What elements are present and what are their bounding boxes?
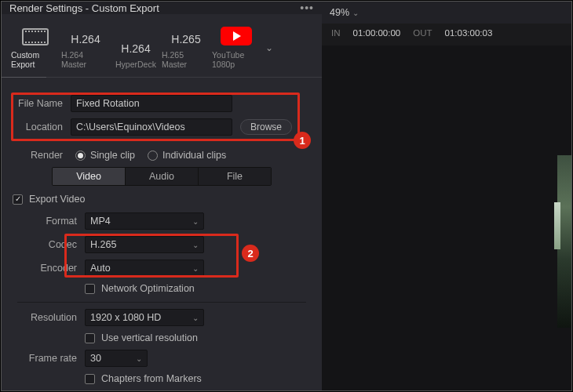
chevron-down-icon: ⌄ [192,217,199,226]
preview-panel: 49% ⌄ IN 01:00:00:00 OUT 01:03:00:03 [322,2,571,390]
divider [17,302,306,303]
chevron-down-icon: ⌄ [352,9,359,17]
vertical-resolution-checkbox[interactable]: Use vertical resolution [85,332,198,343]
location-input[interactable]: C:\Users\Equinox\Videos [71,118,232,136]
in-label: IN [331,28,341,38]
zoom-dropdown[interactable]: 49% ⌄ [330,7,359,18]
preset-h264-master[interactable]: H.264 H.264 Master [61,33,110,69]
checkbox-off-icon [85,284,95,294]
checkbox-on-icon [13,194,23,205]
render-settings-panel: Render Settings - Custom Export ••• Cust… [2,2,322,390]
filmstrip-icon [22,28,49,45]
format-label: Format [28,216,77,227]
browse-button[interactable]: Browse [240,119,292,135]
in-timecode[interactable]: 01:00:00:00 [353,28,401,38]
render-individual-clips-radio[interactable]: Individual clips [148,150,226,161]
tab-audio[interactable]: Audio [126,168,199,185]
radio-on-icon [75,151,86,161]
tab-video[interactable]: Video [53,168,126,185]
chevron-down-icon: ⌄ [192,314,199,322]
chapters-from-markers-checkbox[interactable]: Chapters from Markers [85,373,202,384]
network-optimization-checkbox[interactable]: Network Optimization [85,283,195,294]
export-video-checkbox[interactable]: Export Video [13,194,85,205]
preview-header: 49% ⌄ [322,2,571,24]
checkbox-off-icon [85,374,95,384]
panel-menu-icon[interactable]: ••• [300,2,314,14]
out-timecode[interactable]: 01:03:00:03 [445,28,493,38]
chevron-down-icon: ⌄ [192,264,199,273]
encoder-label: Encoder [28,263,77,274]
timecode-bar: IN 01:00:00:00 OUT 01:03:00:03 [322,24,571,42]
settings-tabs: Video Audio File [52,167,272,186]
preset-scroll-right-icon[interactable]: ⌄ [262,42,276,53]
location-label: Location [13,122,63,132]
preset-youtube-1080p[interactable]: YouTube 1080p [212,27,261,69]
preview-viewer[interactable] [322,45,571,390]
framerate-label: Frame rate [28,353,77,364]
youtube-icon [221,27,252,45]
filename-label: File Name [13,98,63,109]
preset-h265-master[interactable]: H.265 H.265 Master [162,33,210,69]
preset-custom-export[interactable]: Custom Export [11,28,60,69]
preview-image-sliver [557,155,571,328]
encoder-select[interactable]: Auto⌄ [85,260,204,277]
codec-label: Codec [28,239,77,250]
tab-file[interactable]: File [199,168,271,185]
radio-off-icon [148,151,158,161]
resolution-label: Resolution [28,312,77,323]
render-label: Render [20,150,63,161]
chevron-down-icon: ⌄ [136,354,142,363]
panel-header: Render Settings - Custom Export ••• [2,2,322,14]
panel-title: Render Settings - Custom Export [9,2,159,14]
resolution-select[interactable]: 1920 x 1080 HD⌄ [85,309,204,326]
preset-row: Custom Export H.264 H.264 Master H.264 H… [2,14,322,77]
checkbox-off-icon [85,333,95,343]
preset-hyperdeck[interactable]: H.264 HyperDeck [111,42,160,69]
format-select[interactable]: MP4⌄ [85,212,204,230]
codec-select[interactable]: H.265⌄ [85,236,204,253]
render-single-clip-radio[interactable]: Single clip [75,150,135,161]
filename-input[interactable]: Fixed Rotation [71,95,232,112]
out-label: OUT [413,28,432,38]
framerate-select[interactable]: 30⌄ [85,350,148,367]
chevron-down-icon: ⌄ [192,241,199,249]
